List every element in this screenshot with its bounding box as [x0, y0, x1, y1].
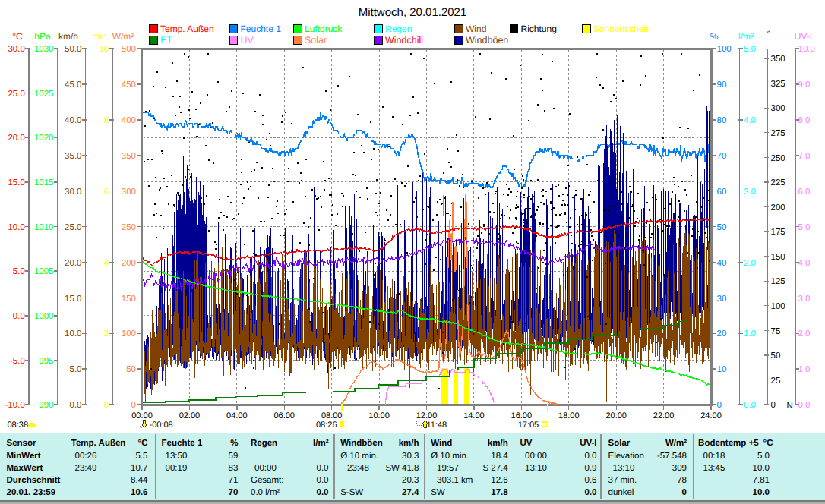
svg-text:0: 0 — [771, 401, 776, 410]
svg-text:Ø 10 min.: Ø 10 min. — [431, 452, 469, 461]
svg-text:10.0: 10.0 — [798, 45, 815, 54]
svg-text:8.44: 8.44 — [131, 476, 148, 485]
svg-text:0.0: 0.0 — [317, 488, 329, 497]
svg-text:400: 400 — [122, 116, 136, 125]
svg-text:2: 2 — [104, 329, 109, 339]
svg-text:990: 990 — [39, 401, 53, 410]
svg-text:0.6: 0.6 — [585, 476, 597, 485]
svg-text:5.0: 5.0 — [13, 267, 25, 276]
svg-text:Wind: Wind — [431, 439, 452, 448]
svg-text:325: 325 — [771, 80, 785, 89]
svg-text:km/h: km/h — [399, 439, 419, 448]
svg-text:hPa: hPa — [34, 31, 51, 42]
svg-text:08:26: 08:26 — [316, 421, 337, 430]
svg-text:0.9: 0.9 — [585, 464, 597, 473]
svg-text:40: 40 — [717, 259, 727, 268]
svg-text:15.0: 15.0 — [65, 295, 81, 304]
svg-text:17.8: 17.8 — [491, 488, 508, 497]
svg-text:Elevation: Elevation — [608, 452, 644, 461]
svg-text:°C: °C — [12, 31, 23, 42]
svg-text:Wind: Wind — [466, 24, 486, 34]
svg-text:5.0: 5.0 — [70, 365, 82, 374]
svg-text:Durchschnitt: Durchschnitt — [7, 476, 61, 485]
svg-text:5.0: 5.0 — [757, 452, 770, 461]
svg-text:10.6: 10.6 — [131, 488, 147, 497]
svg-text:10: 10 — [100, 45, 109, 54]
svg-text:°: ° — [767, 29, 771, 39]
svg-text:50: 50 — [771, 351, 781, 361]
svg-text:l/m²: l/m² — [738, 31, 754, 42]
svg-text:0.0: 0.0 — [70, 401, 82, 410]
svg-text:dunkel: dunkel — [608, 488, 634, 497]
svg-text:UV-I: UV-I — [580, 439, 596, 448]
svg-text:13:45: 13:45 — [703, 464, 725, 473]
svg-text:23:49: 23:49 — [75, 464, 97, 473]
svg-text:-10.0: -10.0 — [5, 401, 25, 410]
svg-text:30.0: 30.0 — [65, 187, 81, 197]
svg-text:250: 250 — [122, 223, 136, 232]
svg-text:Solar: Solar — [305, 35, 327, 46]
svg-text:45.0: 45.0 — [65, 80, 81, 90]
svg-text:20.0: 20.0 — [65, 259, 81, 268]
svg-text:00:19: 00:19 — [166, 464, 188, 473]
svg-text:W/m²: W/m² — [112, 31, 134, 42]
svg-text:10.0: 10.0 — [65, 329, 81, 339]
svg-text:-5.0: -5.0 — [10, 357, 25, 366]
svg-text:0.0: 0.0 — [585, 452, 597, 461]
svg-text:5.0: 5.0 — [798, 223, 811, 232]
svg-text:0.0: 0.0 — [744, 401, 756, 410]
svg-text:-00:08: -00:08 — [150, 421, 173, 430]
svg-text:Gesamt:: Gesamt: — [251, 476, 283, 485]
svg-text:08:38: 08:38 — [8, 421, 29, 430]
svg-text:9.0: 9.0 — [798, 80, 811, 90]
svg-text:04:00: 04:00 — [226, 411, 248, 421]
svg-text:5.5: 5.5 — [136, 452, 148, 461]
svg-text:1005: 1005 — [34, 267, 54, 276]
svg-text:3.0: 3.0 — [798, 295, 811, 304]
svg-text:100: 100 — [122, 329, 136, 339]
svg-text:Feuchte 1: Feuchte 1 — [241, 24, 282, 34]
svg-text:10: 10 — [717, 365, 727, 374]
svg-text:00:00: 00:00 — [525, 452, 547, 461]
svg-text:Regen: Regen — [251, 439, 277, 448]
svg-text:20:00: 20:00 — [605, 411, 627, 421]
svg-text:12:00: 12:00 — [416, 411, 438, 421]
svg-text:71: 71 — [229, 476, 239, 485]
svg-text:Ø 10 min.: Ø 10 min. — [340, 452, 378, 461]
svg-text:19:57: 19:57 — [437, 464, 459, 473]
svg-text:225: 225 — [771, 178, 785, 187]
svg-text:150: 150 — [122, 295, 136, 304]
svg-text:10.0: 10.0 — [753, 488, 770, 497]
svg-text:350: 350 — [771, 55, 785, 64]
svg-text:08:00: 08:00 — [321, 411, 343, 421]
svg-text:SW 41.8: SW 41.8 — [385, 464, 419, 473]
svg-text:100: 100 — [771, 302, 785, 311]
svg-text:12.6: 12.6 — [491, 476, 507, 485]
svg-text:4.0: 4.0 — [744, 116, 756, 125]
svg-text:17:05: 17:05 — [518, 421, 539, 430]
svg-text:Solar: Solar — [608, 439, 631, 448]
svg-text:15.0: 15.0 — [8, 178, 24, 187]
svg-text:24:00: 24:00 — [700, 411, 722, 421]
svg-text:0: 0 — [131, 401, 136, 410]
svg-text:Temp. Außen: Temp. Außen — [71, 439, 126, 448]
svg-text:303.1 km: 303.1 km — [437, 476, 473, 485]
svg-text:0.0: 0.0 — [585, 488, 597, 497]
svg-text:20.0: 20.0 — [8, 134, 24, 143]
svg-text:MinWert: MinWert — [7, 452, 41, 461]
svg-text:78: 78 — [677, 476, 687, 485]
svg-text:00:00: 00:00 — [254, 464, 277, 473]
svg-text:4: 4 — [104, 259, 109, 268]
svg-text:40.0: 40.0 — [65, 116, 81, 125]
svg-text:20.3: 20.3 — [402, 476, 419, 485]
svg-text:59: 59 — [229, 452, 239, 461]
svg-text:0: 0 — [682, 488, 687, 497]
svg-text:50: 50 — [126, 365, 136, 374]
svg-text:175: 175 — [771, 228, 785, 237]
svg-text:23:48: 23:48 — [347, 464, 369, 473]
svg-text:25.0: 25.0 — [8, 90, 24, 99]
svg-text:1.0: 1.0 — [744, 329, 756, 339]
svg-text:2.0: 2.0 — [744, 259, 756, 268]
svg-text:UV: UV — [241, 35, 254, 46]
svg-text:83: 83 — [229, 464, 239, 473]
